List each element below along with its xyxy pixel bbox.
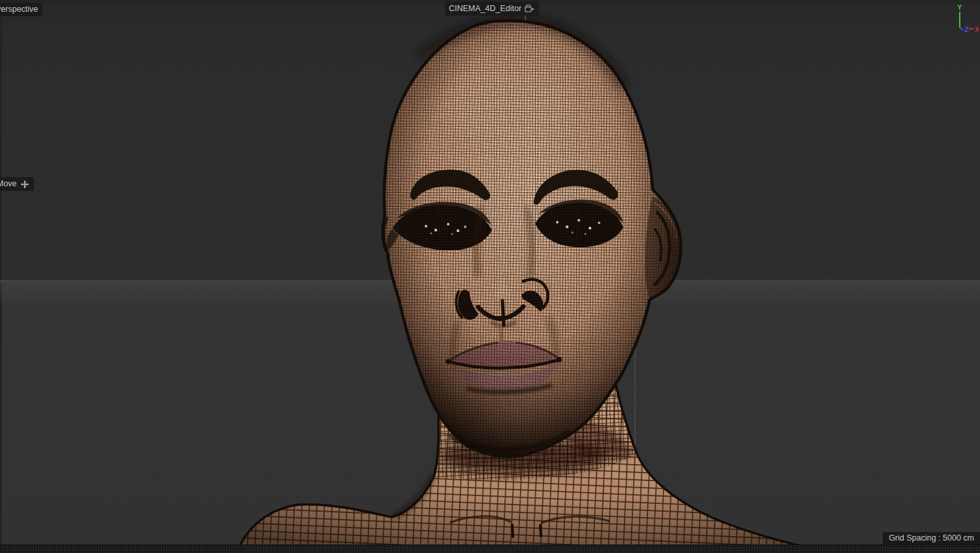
projection-label: Perspective — [0, 5, 38, 14]
projection-label-chip[interactable]: Perspective — [0, 3, 42, 16]
camera-label: CINEMA_4D_Editor — [449, 4, 521, 14]
active-tool-label: Move — [0, 179, 17, 189]
c4d-viewport-window: { "hud": { "projection_label": "Perspect… — [0, 0, 980, 553]
grid-spacing-label: Grid Spacing : 5000 cm — [889, 533, 974, 543]
axis-z-label: Z — [964, 25, 969, 33]
viewport-canvas[interactable] — [0, 0, 980, 553]
viewport-bottom-strip — [0, 545, 980, 553]
axis-x-label: X — [975, 25, 979, 33]
model-head-wireframe — [383, 20, 681, 457]
move-tool-icon — [20, 180, 29, 189]
axis-y-label: Y — [957, 3, 962, 11]
editor-camera-icon — [525, 5, 535, 13]
camera-label-chip[interactable]: CINEMA_4D_Editor — [445, 2, 539, 16]
active-tool-chip[interactable]: Move — [0, 177, 34, 191]
axis-gizmo: Y Z X — [949, 1, 979, 34]
grid-spacing-readout: Grid Spacing : 5000 cm — [883, 532, 980, 545]
